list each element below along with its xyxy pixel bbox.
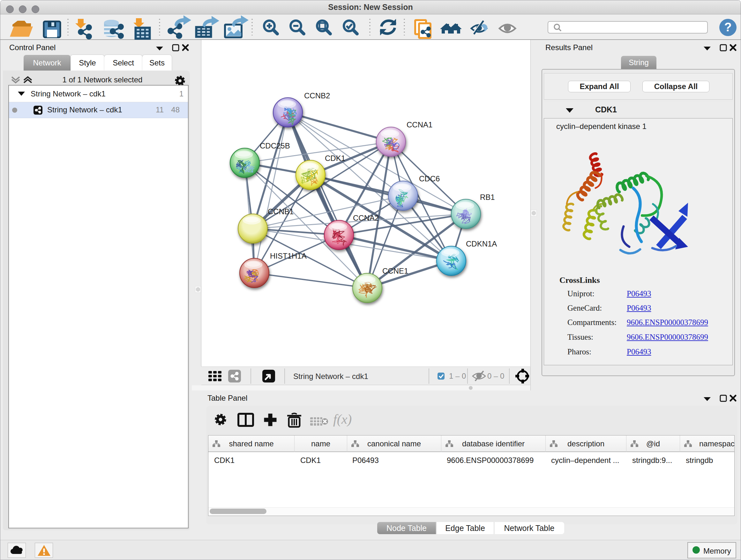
- svg-text:CCNE1: CCNE1: [382, 266, 408, 275]
- svg-text:CCNB1: CCNB1: [268, 207, 293, 216]
- svg-text:1 – 0: 1 – 0: [449, 372, 466, 380]
- svg-text:CCNA1: CCNA1: [407, 120, 432, 129]
- svg-text:?: ?: [724, 20, 731, 34]
- svg-text:CCNB2: CCNB2: [304, 91, 330, 100]
- svg-text:0 – 0: 0 – 0: [487, 372, 504, 380]
- svg-text:RB1: RB1: [480, 193, 495, 201]
- svg-text:CDKN1A: CDKN1A: [466, 240, 497, 248]
- svg-text:CDC6: CDC6: [419, 174, 440, 183]
- svg-text:HIST1H1A: HIST1H1A: [270, 252, 307, 260]
- svg-text:CCNA2: CCNA2: [353, 213, 379, 222]
- svg-text:CDC25B: CDC25B: [260, 141, 290, 150]
- svg-text:CDK1: CDK1: [325, 154, 345, 163]
- svg-text:f(x): f(x): [333, 412, 352, 427]
- svg-text:String Network – cdk1: String Network – cdk1: [293, 372, 368, 381]
